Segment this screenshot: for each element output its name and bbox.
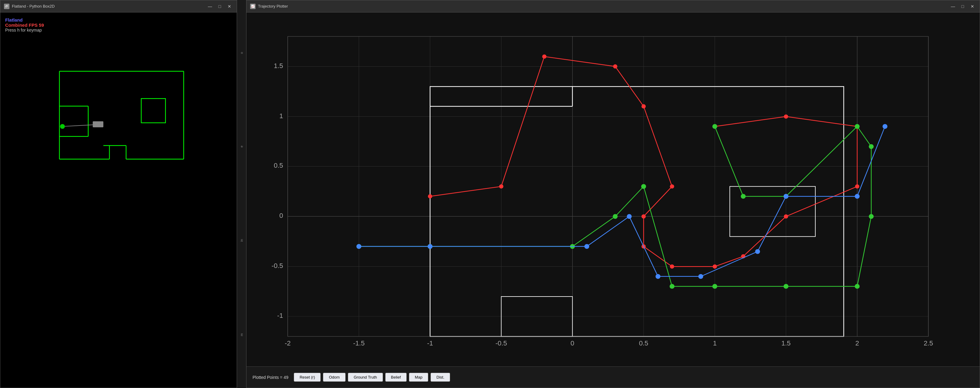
flatland-titlebar: 🗗 Flatland - Python Box2D — □ ✕ [0, 0, 237, 13]
svg-point-75 [641, 184, 646, 189]
svg-point-86 [356, 244, 361, 249]
svg-text:0: 0 [571, 339, 574, 347]
odom-button[interactable]: Odom [323, 373, 345, 382]
svg-point-57 [542, 54, 546, 59]
svg-text:1: 1 [713, 339, 716, 347]
svg-text:1: 1 [279, 112, 283, 120]
svg-point-90 [655, 274, 660, 279]
side-label-e: e [240, 146, 243, 147]
flatland-minimize-button[interactable]: — [206, 3, 214, 10]
svg-text:0.5: 0.5 [639, 339, 649, 347]
svg-text:-0.5: -0.5 [495, 339, 507, 347]
svg-text:-0.5: -0.5 [272, 262, 283, 269]
svg-rect-15 [93, 121, 103, 127]
flatland-fps-display: Combined FPS 59 [5, 22, 44, 28]
svg-point-77 [712, 284, 717, 289]
svg-text:2: 2 [856, 339, 859, 347]
trajectory-window-controls: — □ ✕ [949, 3, 976, 10]
flatland-app-name: Flatland [5, 17, 44, 22]
svg-point-61 [641, 214, 646, 218]
middle-strip: o e in m [237, 0, 246, 388]
svg-text:-2: -2 [285, 339, 291, 347]
svg-point-84 [741, 194, 746, 199]
svg-text:0: 0 [279, 212, 283, 219]
side-label-in: in [240, 239, 243, 242]
reset-button[interactable]: Reset (r) [294, 373, 321, 382]
svg-point-58 [613, 64, 617, 69]
flatland-simulation-canvas [0, 13, 237, 388]
trajectory-plot-svg: 1.5 1 0.5 0 -0.5 -1 -2 -1.5 -1 -0.5 0 0.… [247, 13, 980, 366]
trajectory-window-icon: 📈 [250, 4, 256, 9]
trajectory-toolbar: Plotted Points = 49 Reset (r) Odom Groun… [247, 366, 980, 388]
trajectory-titlebar: 📈 Trajectory Plotter — □ ✕ [247, 0, 980, 13]
svg-text:-1: -1 [427, 339, 433, 347]
flatland-maximize-button[interactable]: □ [216, 3, 223, 10]
trajectory-maximize-button[interactable]: □ [959, 3, 966, 10]
svg-text:1.5: 1.5 [781, 339, 791, 347]
flatland-info-panel: Flatland Combined FPS 59 Press h for key… [5, 17, 44, 32]
map-button[interactable]: Map [409, 373, 428, 382]
flatland-window-controls: — □ ✕ [206, 3, 233, 10]
svg-point-88 [584, 244, 589, 249]
svg-point-80 [869, 214, 873, 219]
svg-point-78 [784, 284, 789, 289]
svg-point-59 [641, 104, 646, 108]
svg-text:2.5: 2.5 [924, 339, 933, 347]
svg-point-67 [855, 184, 859, 189]
svg-point-74 [612, 214, 617, 219]
flatland-window-title: Flatland - Python Box2D [12, 4, 204, 8]
svg-point-89 [627, 214, 632, 219]
svg-point-85 [712, 124, 717, 129]
svg-point-69 [784, 114, 788, 119]
svg-point-93 [784, 194, 789, 199]
trajectory-minimize-button[interactable]: — [949, 3, 956, 10]
dist-button[interactable]: Dist. [431, 373, 450, 382]
svg-point-81 [869, 144, 873, 149]
plotted-points-label: Plotted Points = 49 [253, 375, 288, 380]
svg-point-64 [713, 264, 717, 269]
side-label-m: m [240, 333, 243, 336]
flatland-help-text: Press h for keymap [5, 28, 44, 32]
svg-rect-17 [247, 13, 980, 366]
trajectory-plot-area: 1.5 1 0.5 0 -0.5 -1 -2 -1.5 -1 -0.5 0 0.… [247, 13, 980, 388]
belief-button[interactable]: Belief [385, 373, 407, 382]
svg-point-55 [428, 194, 432, 199]
svg-point-92 [755, 249, 760, 254]
flatland-window-icon: 🗗 [4, 4, 10, 9]
svg-text:0.5: 0.5 [274, 162, 283, 170]
flatland-close-button[interactable]: ✕ [226, 3, 233, 10]
svg-point-56 [499, 184, 503, 189]
svg-text:-1: -1 [277, 312, 283, 319]
flatland-simulation-area: Flatland Combined FPS 59 Press h for key… [0, 13, 237, 388]
trajectory-close-button[interactable]: ✕ [969, 3, 976, 10]
side-label-o: o [240, 52, 243, 54]
svg-point-94 [855, 194, 860, 199]
svg-point-63 [670, 264, 674, 269]
flatland-window: 🗗 Flatland - Python Box2D — □ ✕ Flatland… [0, 0, 237, 388]
svg-point-87 [428, 244, 433, 249]
ground-truth-button[interactable]: Ground Truth [348, 373, 383, 382]
svg-text:-1.5: -1.5 [353, 339, 365, 347]
svg-point-79 [855, 284, 860, 289]
svg-text:1.5: 1.5 [274, 62, 283, 70]
svg-point-76 [670, 284, 675, 289]
svg-point-95 [883, 124, 887, 129]
trajectory-window: 📈 Trajectory Plotter — □ ✕ [246, 0, 980, 388]
svg-point-82 [855, 124, 860, 129]
svg-point-60 [670, 184, 674, 189]
trajectory-window-title: Trajectory Plotter [258, 4, 947, 8]
svg-point-91 [698, 274, 703, 279]
svg-rect-0 [0, 15, 237, 385]
svg-point-66 [784, 214, 788, 218]
svg-point-16 [60, 124, 65, 129]
